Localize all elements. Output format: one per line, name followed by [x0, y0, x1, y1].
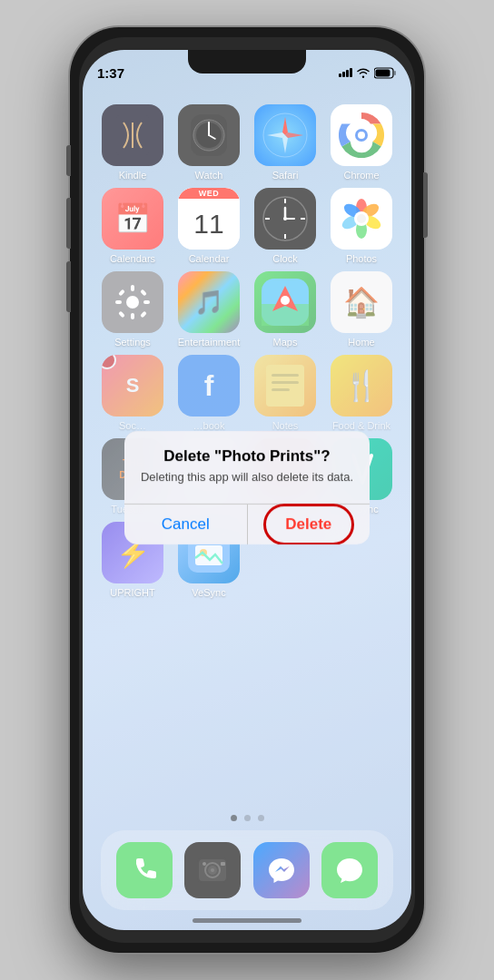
signal-icon	[339, 68, 352, 77]
wifi-icon	[356, 67, 370, 78]
phone-inner: 1:37	[79, 37, 415, 943]
alert-dialog: Delete "Photo Prints"? Deleting this app…	[124, 431, 370, 544]
alert-message: Deleting this app will also delete its d…	[139, 469, 355, 485]
notch	[188, 50, 306, 74]
power-button[interactable]	[423, 172, 428, 238]
alert-content: Delete "Photo Prints"? Deleting this app…	[124, 431, 370, 493]
screen: 1:37	[83, 50, 411, 930]
cancel-button[interactable]: Cancel	[124, 505, 248, 544]
svg-rect-2	[376, 69, 390, 76]
volume-down-button[interactable]	[66, 261, 71, 312]
alert-buttons: Cancel Delete	[124, 505, 370, 544]
alert-title: Delete "Photo Prints"?	[139, 447, 355, 466]
delete-button-wrapper: Delete	[248, 505, 370, 544]
phone-outer: 1:37	[70, 27, 424, 953]
status-time: 1:37	[97, 65, 124, 81]
mute-button[interactable]	[66, 145, 71, 176]
delete-button[interactable]: Delete	[248, 515, 370, 534]
volume-up-button[interactable]	[66, 198, 71, 249]
status-icons	[339, 67, 397, 79]
battery-icon	[374, 67, 397, 79]
svg-rect-1	[394, 71, 396, 75]
